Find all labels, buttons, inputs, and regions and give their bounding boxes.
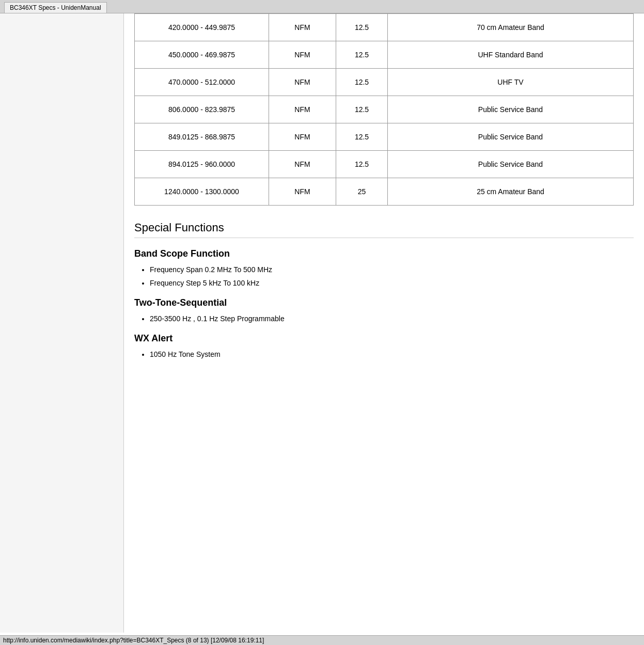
mode-cell: NFM <box>269 69 336 96</box>
band-scope-list: Frequency Span 0.2 MHz To 500 MHzFrequen… <box>150 265 634 287</box>
page-layout: 420.0000 - 449.9875NFM12.570 cm Amateur … <box>0 13 644 633</box>
freq-range-cell: 849.0125 - 868.9875 <box>135 123 269 151</box>
freq-range-cell: 806.0000 - 823.9875 <box>135 96 269 123</box>
list-item: Frequency Span 0.2 MHz To 500 MHz <box>150 265 634 274</box>
step-cell: 12.5 <box>336 41 388 69</box>
step-cell: 12.5 <box>336 69 388 96</box>
mode-cell: NFM <box>269 14 336 41</box>
two-tone-section: Two-Tone-Sequential 250-3500 Hz , 0.1 Hz… <box>134 297 634 323</box>
band-scope-title: Band Scope Function <box>134 248 634 259</box>
tab-bar: BC346XT Specs - UnidenManual <box>0 0 644 13</box>
status-bar: http://info.uniden.com/mediawiki/index.p… <box>0 635 644 645</box>
mode-cell: NFM <box>269 151 336 178</box>
wx-alert-list: 1050 Hz Tone System <box>150 350 634 358</box>
band-scope-section: Band Scope Function Frequency Span 0.2 M… <box>134 248 634 287</box>
band-cell: Public Service Band <box>388 151 634 178</box>
special-functions-section: Special Functions Band Scope Function Fr… <box>134 221 634 358</box>
mode-cell: NFM <box>269 123 336 151</box>
wx-alert-title: WX Alert <box>134 333 634 344</box>
freq-range-cell: 894.0125 - 960.0000 <box>135 151 269 178</box>
step-cell: 12.5 <box>336 123 388 151</box>
main-content: 420.0000 - 449.9875NFM12.570 cm Amateur … <box>124 13 644 633</box>
table-row: 806.0000 - 823.9875NFM12.5Public Service… <box>135 96 634 123</box>
step-cell: 12.5 <box>336 151 388 178</box>
list-item: 1050 Hz Tone System <box>150 350 634 358</box>
band-cell: Public Service Band <box>388 123 634 151</box>
band-cell: UHF TV <box>388 69 634 96</box>
freq-range-cell: 1240.0000 - 1300.0000 <box>135 178 269 206</box>
band-cell: 70 cm Amateur Band <box>388 14 634 41</box>
browser-window: BC346XT Specs - UnidenManual 420.0000 - … <box>0 0 644 645</box>
table-row: 450.0000 - 469.9875NFM12.5UHF Standard B… <box>135 41 634 69</box>
mode-cell: NFM <box>269 178 336 206</box>
list-item: 250-3500 Hz , 0.1 Hz Step Programmable <box>150 314 634 323</box>
table-row: 470.0000 - 512.0000NFM12.5UHF TV <box>135 69 634 96</box>
freq-range-cell: 450.0000 - 469.9875 <box>135 41 269 69</box>
table-row: 894.0125 - 960.0000NFM12.5Public Service… <box>135 151 634 178</box>
table-row: 849.0125 - 868.9875NFM12.5Public Service… <box>135 123 634 151</box>
table-row: 1240.0000 - 1300.0000NFM2525 cm Amateur … <box>135 178 634 206</box>
browser-tab[interactable]: BC346XT Specs - UnidenManual <box>4 2 107 13</box>
special-functions-title: Special Functions <box>134 221 634 238</box>
step-cell: 12.5 <box>336 14 388 41</box>
wx-alert-section: WX Alert 1050 Hz Tone System <box>134 333 634 358</box>
frequency-table: 420.0000 - 449.9875NFM12.570 cm Amateur … <box>134 13 634 206</box>
band-cell: UHF Standard Band <box>388 41 634 69</box>
step-cell: 12.5 <box>336 96 388 123</box>
step-cell: 25 <box>336 178 388 206</box>
list-item: Frequency Step 5 kHz To 100 kHz <box>150 279 634 287</box>
freq-range-cell: 470.0000 - 512.0000 <box>135 69 269 96</box>
mode-cell: NFM <box>269 41 336 69</box>
two-tone-title: Two-Tone-Sequential <box>134 297 634 308</box>
mode-cell: NFM <box>269 96 336 123</box>
band-cell: 25 cm Amateur Band <box>388 178 634 206</box>
sidebar <box>0 13 124 633</box>
freq-range-cell: 420.0000 - 449.9875 <box>135 14 269 41</box>
band-cell: Public Service Band <box>388 96 634 123</box>
table-row: 420.0000 - 449.9875NFM12.570 cm Amateur … <box>135 14 634 41</box>
two-tone-list: 250-3500 Hz , 0.1 Hz Step Programmable <box>150 314 634 323</box>
